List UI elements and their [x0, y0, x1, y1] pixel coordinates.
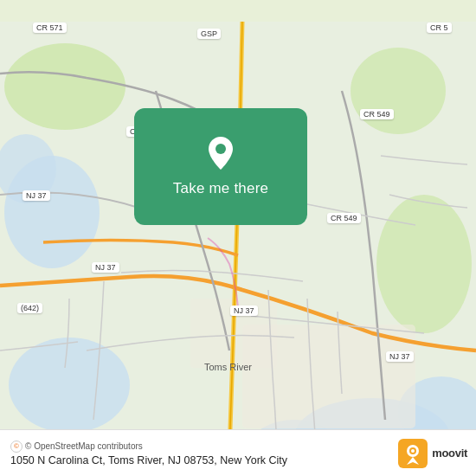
map-container: CR 571 GSP CR 5 CR 549 CR 549 CR 52 NJ 3… [0, 0, 476, 476]
osm-logo: © [10, 441, 23, 453]
road-label-nj37-mid: NJ 37 [92, 262, 119, 273]
svg-point-9 [351, 48, 446, 134]
osm-credit-text: © OpenStreetMap contributors [25, 441, 143, 451]
address-text: 1050 N Carolina Ct, Toms River, NJ 08753… [10, 454, 287, 466]
map-svg [0, 0, 476, 476]
road-label-nj37-left: NJ 37 [23, 190, 50, 201]
osm-credit: © © OpenStreetMap contributors [10, 441, 287, 453]
moovit-icon [398, 439, 428, 468]
road-label-cr571: CR 571 [33, 23, 67, 33]
svg-point-16 [411, 449, 415, 453]
svg-point-8 [376, 195, 472, 333]
road-label-cr549-top: CR 549 [360, 109, 394, 119]
road-label-nj37-center: NJ 37 [230, 306, 258, 316]
button-label: Take me there [173, 180, 268, 197]
road-label-cr549-mid: CR 549 [327, 213, 361, 223]
road-label-gsp: GSP [197, 29, 221, 39]
svg-point-12 [215, 144, 226, 154]
bottom-bar: © © OpenStreetMap contributors 1050 N Ca… [0, 429, 476, 476]
place-label-toms-river: Toms River [204, 362, 252, 372]
road-label-nj37-right: NJ 37 [386, 351, 414, 362]
moovit-logo: moovit [398, 439, 467, 468]
svg-point-3 [9, 338, 130, 433]
bottom-left-info: © © OpenStreetMap contributors 1050 N Ca… [10, 441, 287, 466]
road-label-642: (642) [17, 303, 42, 313]
road-label-cr5: CR 5 [427, 23, 452, 33]
take-me-there-button[interactable]: Take me there [134, 108, 307, 225]
moovit-text: moovit [432, 447, 467, 460]
location-pin-icon [204, 137, 237, 175]
svg-point-7 [4, 43, 125, 130]
